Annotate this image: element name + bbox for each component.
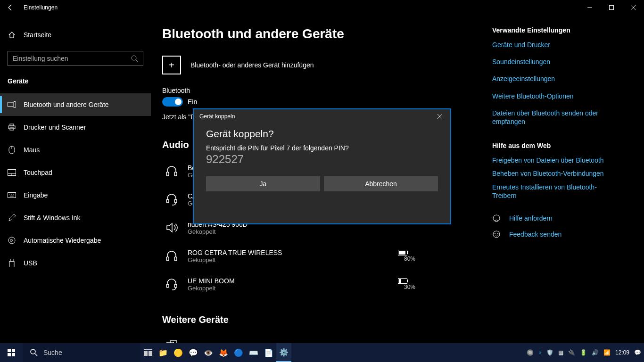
home-link[interactable]: Startseite (0, 25, 151, 44)
svg-rect-1 (610, 6, 614, 10)
tray-icon[interactable]: ▦ (558, 349, 563, 356)
help-link[interactable]: Freigeben von Dateien über Bluetooth (492, 156, 619, 165)
tray-icon[interactable]: 🔘 (527, 349, 534, 356)
search-icon (30, 349, 38, 356)
nav-printers[interactable]: Drucker und Scanner (0, 116, 151, 139)
keyboard-icon[interactable]: ⌨️ (246, 343, 261, 362)
help-link[interactable]: Beheben von Bluetooth-Verbindungen (492, 169, 619, 178)
related-link[interactable]: Soundeinstellungen (492, 58, 619, 66)
related-link[interactable]: Dateien über Bluetooth senden oder empfa… (492, 109, 619, 126)
nav-autoplay[interactable]: Automatische Wiedergabe (0, 229, 151, 252)
taskbar-search[interactable]: Suche (23, 343, 140, 362)
nav-mouse[interactable]: Maus (0, 139, 151, 161)
bluetooth-tray-icon[interactable]: ᚼ (538, 349, 542, 356)
nav-label: Drucker und Scanner (24, 123, 86, 131)
dialog-pin: 922527 (206, 153, 438, 166)
explorer-icon[interactable]: 📁 (156, 343, 171, 362)
power-tray-icon[interactable]: 🔌 (568, 349, 575, 356)
maximize-button[interactable] (601, 0, 622, 15)
pen-icon (8, 214, 16, 222)
mouse-icon (8, 146, 16, 154)
wifi-tray-icon[interactable]: 📶 (603, 349, 611, 356)
app-icon[interactable]: 💬 (186, 343, 201, 362)
svg-rect-35 (399, 279, 401, 283)
keyboard-icon (8, 192, 16, 198)
volume-tray-icon[interactable]: 🔊 (592, 349, 599, 356)
close-button[interactable] (622, 0, 644, 15)
notifications-icon[interactable]: 💬 (634, 349, 641, 356)
app-icon[interactable]: 🟡 (171, 343, 186, 362)
svg-line-47 (35, 354, 37, 356)
svg-rect-44 (8, 353, 11, 356)
get-help-link[interactable]: Hilfe anfordern (492, 214, 619, 222)
device-status: Gekoppelt (188, 285, 398, 292)
nav-label: Automatische Wiedergabe (24, 237, 101, 244)
page-heading: Bluetooth und andere Geräte (162, 26, 492, 41)
cancel-button[interactable]: Abbrechen (324, 176, 438, 191)
minimize-button[interactable] (579, 0, 601, 15)
nav-typing[interactable]: Eingabe (0, 184, 151, 206)
start-button[interactable] (0, 343, 23, 362)
svg-rect-20 (10, 259, 13, 262)
svg-rect-7 (8, 126, 15, 129)
back-button[interactable] (0, 0, 21, 15)
device-row[interactable]: ROG CETRA TRUE WIRELESSGekoppelt 80% (162, 242, 492, 270)
dialog-close-button[interactable] (429, 109, 450, 123)
printer-icon (8, 123, 16, 131)
svg-point-41 (497, 233, 498, 234)
device-row[interactable]: UE MINI BOOMGekoppelt 30% (162, 270, 492, 298)
svg-rect-34 (407, 280, 408, 282)
task-view-icon[interactable] (140, 343, 156, 362)
related-link[interactable]: Geräte und Drucker (492, 41, 619, 49)
battery-tray-icon[interactable]: 🔋 (580, 349, 587, 356)
svg-point-46 (31, 349, 35, 354)
add-device-row[interactable]: + Bluetooth- oder anderes Gerät hinzufüg… (162, 56, 492, 74)
chrome-icon[interactable]: 🔵 (231, 343, 246, 362)
battery-indicator: 30% (398, 278, 421, 290)
nav-touchpad[interactable]: Touchpad (0, 161, 151, 184)
feedback-link[interactable]: Feedback senden (492, 230, 619, 239)
bluetooth-toggle[interactable] (162, 97, 183, 107)
nav-pen[interactable]: Stift & Windows Ink (0, 206, 151, 229)
svg-rect-22 (166, 172, 169, 176)
autoplay-icon (8, 237, 16, 244)
svg-rect-5 (14, 102, 16, 108)
related-link[interactable]: Anzeigeeinstellungen (492, 74, 619, 83)
device-name: UE MINI BOOM (188, 277, 398, 285)
plus-icon: + (162, 56, 181, 74)
svg-rect-27 (174, 257, 177, 261)
svg-point-39 (493, 231, 500, 238)
svg-rect-42 (8, 349, 11, 352)
notepad-icon[interactable]: 📄 (261, 343, 276, 362)
shield-tray-icon[interactable]: 🛡️ (546, 349, 553, 356)
search-input[interactable]: Einstellung suchen (8, 51, 143, 66)
svg-rect-4 (8, 102, 13, 107)
bluetooth-state: Ein (188, 98, 197, 106)
dialog-bar-title: Gerät koppeln (199, 113, 235, 120)
help-link[interactable]: Erneutes Installieren von Bluetooth-Trei… (492, 183, 619, 200)
app-icon[interactable]: 👁️ (201, 343, 216, 362)
nav-label: USB (24, 259, 37, 267)
nav-label: Maus (24, 146, 40, 154)
clock[interactable]: 12:09 (615, 349, 629, 356)
system-tray[interactable]: 🔘 ᚼ 🛡️ ▦ 🔌 🔋 🔊 📶 12:09 💬 (527, 349, 644, 356)
svg-rect-24 (166, 199, 169, 203)
help-heading: Hilfe aus dem Web (492, 142, 619, 149)
nav-usb[interactable]: USB (0, 252, 151, 274)
dialog-question: Entspricht die PIN für Pixel 7 der folge… (206, 144, 438, 152)
dialog-title: Gerät koppeln? (206, 128, 438, 140)
related-link[interactable]: Weitere Bluetooth-Optionen (492, 92, 619, 100)
svg-rect-21 (9, 262, 14, 267)
titlebar: Einstellungen (0, 0, 644, 15)
category-label: Geräte (0, 70, 151, 93)
svg-point-2 (132, 56, 136, 60)
add-device-label: Bluetooth- oder anderes Gerät hinzufügen (190, 61, 314, 69)
firefox-icon[interactable]: 🦊 (216, 343, 231, 362)
headset-icon (162, 190, 181, 209)
nav-bluetooth[interactable]: Bluetooth und andere Geräte (0, 93, 151, 116)
settings-icon[interactable]: ⚙️ (276, 343, 291, 362)
yes-button[interactable]: Ja (206, 176, 320, 191)
nav-label: Touchpad (24, 169, 52, 176)
window-title: Einstellungen (21, 4, 58, 11)
home-icon (8, 31, 16, 39)
